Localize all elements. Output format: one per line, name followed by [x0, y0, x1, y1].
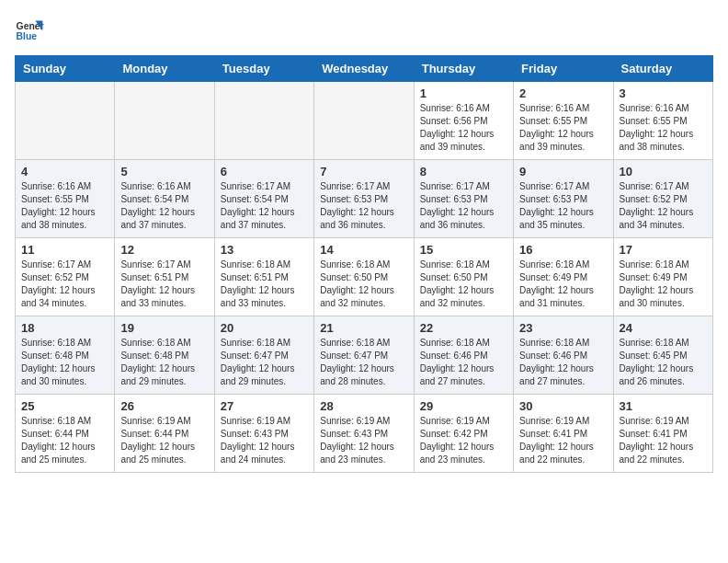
day-info: Sunrise: 6:16 AM Sunset: 6:56 PM Dayligh… [420, 102, 507, 154]
calendar-cell: 2Sunrise: 6:16 AM Sunset: 6:55 PM Daylig… [514, 82, 613, 160]
day-info: Sunrise: 6:18 AM Sunset: 6:48 PM Dayligh… [21, 337, 108, 388]
day-info: Sunrise: 6:17 AM Sunset: 6:51 PM Dayligh… [120, 259, 208, 310]
calendar-cell: 31Sunrise: 6:19 AM Sunset: 6:41 PM Dayli… [613, 395, 712, 473]
calendar-cell: 11Sunrise: 6:17 AM Sunset: 6:52 PM Dayli… [16, 238, 115, 316]
calendar-cell: 20Sunrise: 6:18 AM Sunset: 6:47 PM Dayli… [214, 316, 313, 395]
calendar-cell: 4Sunrise: 6:16 AM Sunset: 6:55 PM Daylig… [16, 160, 115, 238]
day-info: Sunrise: 6:17 AM Sunset: 6:53 PM Dayligh… [420, 180, 507, 232]
day-info: Sunrise: 6:16 AM Sunset: 6:54 PM Dayligh… [120, 180, 208, 232]
calendar-cell: 21Sunrise: 6:18 AM Sunset: 6:47 PM Dayli… [314, 316, 414, 395]
week-row-5: 25Sunrise: 6:18 AM Sunset: 6:44 PM Dayli… [16, 395, 713, 473]
day-number: 24 [620, 321, 707, 335]
day-number: 10 [620, 165, 707, 178]
day-number: 17 [620, 243, 707, 257]
calendar-cell: 5Sunrise: 6:16 AM Sunset: 6:54 PM Daylig… [115, 160, 214, 238]
day-info: Sunrise: 6:16 AM Sunset: 6:55 PM Dayligh… [620, 102, 707, 154]
day-info: Sunrise: 6:18 AM Sunset: 6:50 PM Dayligh… [320, 259, 407, 310]
day-info: Sunrise: 6:17 AM Sunset: 6:53 PM Dayligh… [320, 180, 407, 232]
day-number: 28 [320, 399, 407, 413]
column-header-wednesday: Wednesday [314, 56, 414, 82]
calendar-cell: 30Sunrise: 6:19 AM Sunset: 6:41 PM Dayli… [514, 395, 613, 473]
calendar-cell: 10Sunrise: 6:17 AM Sunset: 6:52 PM Dayli… [613, 160, 712, 238]
day-number: 6 [221, 165, 308, 178]
column-header-sunday: Sunday [16, 56, 115, 82]
day-info: Sunrise: 6:18 AM Sunset: 6:47 PM Dayligh… [320, 337, 407, 388]
day-info: Sunrise: 6:18 AM Sunset: 6:49 PM Dayligh… [519, 259, 607, 310]
day-info: Sunrise: 6:19 AM Sunset: 6:42 PM Dayligh… [420, 415, 507, 466]
day-info: Sunrise: 6:18 AM Sunset: 6:45 PM Dayligh… [620, 337, 707, 388]
week-row-3: 11Sunrise: 6:17 AM Sunset: 6:52 PM Dayli… [16, 238, 713, 316]
day-info: Sunrise: 6:16 AM Sunset: 6:55 PM Dayligh… [519, 102, 607, 154]
calendar-cell: 6Sunrise: 6:17 AM Sunset: 6:54 PM Daylig… [214, 160, 313, 238]
day-number: 12 [120, 243, 208, 257]
logo-icon: General Blue [15, 15, 44, 44]
column-header-saturday: Saturday [613, 56, 712, 82]
day-number: 25 [21, 399, 108, 413]
day-info: Sunrise: 6:16 AM Sunset: 6:55 PM Dayligh… [21, 180, 108, 232]
day-info: Sunrise: 6:17 AM Sunset: 6:52 PM Dayligh… [21, 259, 108, 310]
calendar-cell [214, 82, 313, 160]
column-header-thursday: Thursday [414, 56, 513, 82]
calendar: SundayMondayTuesdayWednesdayThursdayFrid… [15, 55, 713, 473]
column-header-tuesday: Tuesday [214, 56, 313, 82]
day-number: 31 [620, 399, 707, 413]
day-number: 13 [221, 243, 308, 257]
day-info: Sunrise: 6:19 AM Sunset: 6:41 PM Dayligh… [519, 415, 607, 466]
calendar-cell [16, 82, 115, 160]
day-number: 18 [21, 321, 108, 335]
day-number: 19 [120, 321, 208, 335]
calendar-cell: 1Sunrise: 6:16 AM Sunset: 6:56 PM Daylig… [414, 82, 513, 160]
day-info: Sunrise: 6:19 AM Sunset: 6:43 PM Dayligh… [221, 415, 308, 466]
day-info: Sunrise: 6:18 AM Sunset: 6:46 PM Dayligh… [519, 337, 607, 388]
day-info: Sunrise: 6:17 AM Sunset: 6:52 PM Dayligh… [620, 180, 707, 232]
calendar-cell: 14Sunrise: 6:18 AM Sunset: 6:50 PM Dayli… [314, 238, 414, 316]
day-info: Sunrise: 6:18 AM Sunset: 6:46 PM Dayligh… [420, 337, 507, 388]
calendar-cell [314, 82, 414, 160]
day-number: 9 [519, 165, 607, 178]
day-info: Sunrise: 6:17 AM Sunset: 6:53 PM Dayligh… [519, 180, 607, 232]
day-number: 27 [221, 399, 308, 413]
day-info: Sunrise: 6:18 AM Sunset: 6:44 PM Dayligh… [21, 415, 108, 466]
day-number: 5 [120, 165, 208, 178]
week-row-4: 18Sunrise: 6:18 AM Sunset: 6:48 PM Dayli… [16, 316, 713, 395]
day-number: 29 [420, 399, 507, 413]
calendar-cell: 16Sunrise: 6:18 AM Sunset: 6:49 PM Dayli… [514, 238, 613, 316]
day-info: Sunrise: 6:19 AM Sunset: 6:41 PM Dayligh… [620, 415, 707, 466]
day-number: 2 [519, 86, 607, 100]
day-number: 4 [21, 165, 108, 178]
day-number: 30 [519, 399, 607, 413]
day-number: 14 [320, 243, 407, 257]
column-header-friday: Friday [514, 56, 613, 82]
calendar-cell: 8Sunrise: 6:17 AM Sunset: 6:53 PM Daylig… [414, 160, 513, 238]
calendar-cell: 29Sunrise: 6:19 AM Sunset: 6:42 PM Dayli… [414, 395, 513, 473]
calendar-cell: 9Sunrise: 6:17 AM Sunset: 6:53 PM Daylig… [514, 160, 613, 238]
calendar-cell: 17Sunrise: 6:18 AM Sunset: 6:49 PM Dayli… [613, 238, 712, 316]
calendar-cell: 27Sunrise: 6:19 AM Sunset: 6:43 PM Dayli… [214, 395, 313, 473]
calendar-cell: 23Sunrise: 6:18 AM Sunset: 6:46 PM Dayli… [514, 316, 613, 395]
day-number: 15 [420, 243, 507, 257]
day-info: Sunrise: 6:18 AM Sunset: 6:48 PM Dayligh… [120, 337, 208, 388]
day-number: 22 [420, 321, 507, 335]
week-row-1: 1Sunrise: 6:16 AM Sunset: 6:56 PM Daylig… [16, 82, 713, 160]
calendar-cell: 7Sunrise: 6:17 AM Sunset: 6:53 PM Daylig… [314, 160, 414, 238]
day-number: 26 [120, 399, 208, 413]
day-info: Sunrise: 6:19 AM Sunset: 6:43 PM Dayligh… [320, 415, 407, 466]
day-number: 20 [221, 321, 308, 335]
logo: General Blue [15, 15, 44, 44]
day-number: 11 [21, 243, 108, 257]
day-number: 8 [420, 165, 507, 178]
day-number: 1 [420, 86, 507, 100]
calendar-cell: 22Sunrise: 6:18 AM Sunset: 6:46 PM Dayli… [414, 316, 513, 395]
day-number: 21 [320, 321, 407, 335]
calendar-cell: 15Sunrise: 6:18 AM Sunset: 6:50 PM Dayli… [414, 238, 513, 316]
column-header-monday: Monday [115, 56, 214, 82]
day-info: Sunrise: 6:19 AM Sunset: 6:44 PM Dayligh… [120, 415, 208, 466]
calendar-cell: 24Sunrise: 6:18 AM Sunset: 6:45 PM Dayli… [613, 316, 712, 395]
day-number: 3 [620, 86, 707, 100]
calendar-cell: 18Sunrise: 6:18 AM Sunset: 6:48 PM Dayli… [16, 316, 115, 395]
calendar-cell: 13Sunrise: 6:18 AM Sunset: 6:51 PM Dayli… [214, 238, 313, 316]
calendar-cell: 26Sunrise: 6:19 AM Sunset: 6:44 PM Dayli… [115, 395, 214, 473]
day-info: Sunrise: 6:17 AM Sunset: 6:54 PM Dayligh… [221, 180, 308, 232]
day-info: Sunrise: 6:18 AM Sunset: 6:47 PM Dayligh… [221, 337, 308, 388]
calendar-cell: 28Sunrise: 6:19 AM Sunset: 6:43 PM Dayli… [314, 395, 414, 473]
